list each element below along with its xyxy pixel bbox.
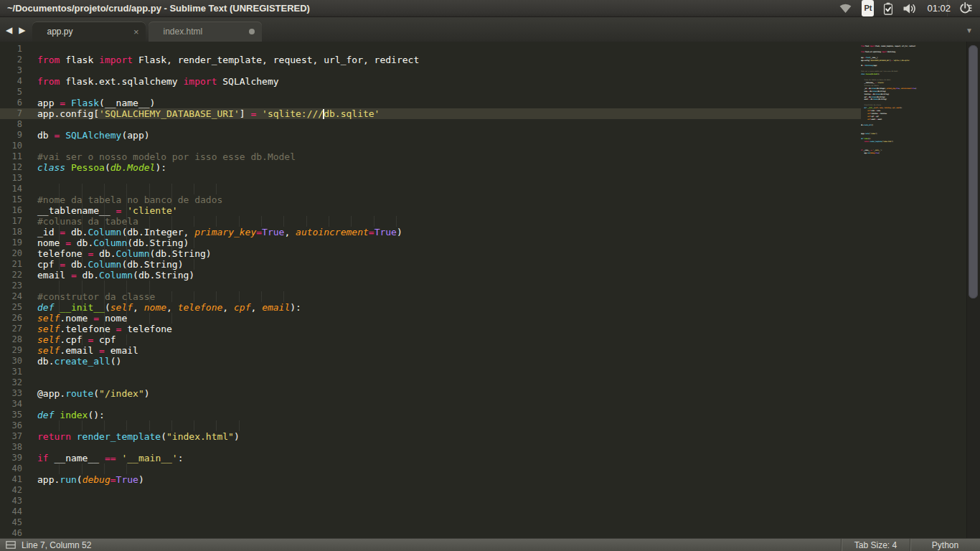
code-line[interactable]: 13: [0, 173, 861, 184]
code-line[interactable]: 9db = SQLAlchemy(app): [0, 130, 861, 141]
line-number: 23: [0, 281, 22, 291]
code-line[interactable]: 15 __tablename__ = 'cliente': [0, 194, 861, 205]
tab-label: app.py: [47, 27, 72, 37]
keyboard-layout-indicator[interactable]: Pt: [862, 0, 874, 17]
line-number: 30: [0, 356, 22, 367]
system-indicators: Pt 01:02: [839, 0, 980, 17]
session-power-icon[interactable]: [960, 0, 973, 17]
tab-close-icon[interactable]: ×: [133, 27, 139, 37]
indent-guide: [37, 463, 144, 474]
line-number: 32: [0, 377, 22, 388]
code-line[interactable]: 39if __name__ == '__main__':: [0, 453, 861, 463]
tab-size-segment[interactable]: Tab Size: 4: [841, 539, 910, 551]
code-line[interactable]: 40 app.run(debug=True): [0, 463, 861, 474]
indent-guide: [37, 334, 138, 345]
code-view[interactable]: 12from flask import Flask, render_templa…: [0, 42, 861, 538]
tab-modified-dot-icon: [249, 29, 255, 34]
code-line[interactable]: 36 return render_template("index.html"): [0, 420, 861, 431]
ubuntu-top-panel: ~/Documentos/projeto/crud/app.py - Subli…: [0, 0, 980, 17]
line-number: 39: [0, 453, 22, 463]
line-number: 14: [0, 184, 22, 194]
network-wifi-icon[interactable]: [839, 0, 852, 17]
code-line[interactable]: 16 #colunas da tabela: [0, 205, 861, 216]
code-line[interactable]: 33@app.route("/index"): [0, 388, 861, 399]
line-number: 46: [0, 528, 22, 538]
line-number: 9: [0, 130, 22, 141]
code-line[interactable]: 35def index():: [0, 410, 861, 420]
code-line[interactable]: 14 #nome da tabela no banco de dados: [0, 184, 861, 194]
code-line[interactable]: 38: [0, 442, 861, 453]
code-line[interactable]: 1: [0, 44, 861, 55]
minimap[interactable]: from flask import Flask, render_template…: [861, 42, 966, 537]
code-line[interactable]: 3: [0, 65, 861, 76]
nav-back-icon[interactable]: ◀: [6, 25, 12, 35]
code-line[interactable]: 30db.create_all(): [0, 356, 861, 367]
code-line[interactable]: 8: [0, 119, 861, 130]
code-line[interactable]: 26 self.telefone = telefone: [0, 313, 861, 324]
code-line[interactable]: 6app = Flask(__name__): [0, 98, 861, 108]
code-line[interactable]: 34: [0, 399, 861, 410]
line-number: 11: [0, 151, 22, 162]
line-number: 38: [0, 442, 22, 453]
code-line[interactable]: 32: [0, 377, 861, 388]
code-line[interactable]: 45: [0, 517, 861, 528]
line-number: 26: [0, 313, 22, 324]
code-line[interactable]: 2from flask import Flask, render_templat…: [0, 55, 861, 65]
tab-size-label: Tab Size: 4: [854, 540, 897, 550]
nav-forward-icon[interactable]: ▶: [19, 25, 25, 35]
code-line[interactable]: 23 #construtor da classe: [0, 281, 861, 291]
code-line[interactable]: 46: [0, 528, 861, 538]
code-line[interactable]: 21 email = db.Column(db.String): [0, 259, 861, 270]
code-line[interactable]: 43: [0, 496, 861, 507]
battery-charging-icon[interactable]: [883, 0, 893, 17]
scrollbar-track[interactable]: [966, 42, 980, 538]
line-number: 34: [0, 399, 22, 410]
syntax-segment[interactable]: Python: [910, 539, 980, 551]
editor-area[interactable]: 12from flask import Flask, render_templa…: [0, 42, 980, 538]
code-line[interactable]: 19 telefone = db.Column(db.String): [0, 237, 861, 248]
code-line[interactable]: 42: [0, 485, 861, 496]
indent-guide: [37, 259, 194, 270]
code-line[interactable]: 18 nome = db.Column(db.String): [0, 227, 861, 237]
code-line[interactable]: 17 _id = db.Column(db.Integer, primary_k…: [0, 216, 861, 227]
status-bar: Line 7, Column 52 Tab Size: 4 Python: [0, 538, 980, 551]
indent-guide: [37, 313, 172, 324]
code-line[interactable]: 24 def __init__(self, nome, telefone, cp…: [0, 291, 861, 302]
line-number: 25: [0, 302, 22, 313]
code-line[interactable]: 11#vai ser o nosso modelo por isso esse …: [0, 151, 861, 162]
code-line[interactable]: 5: [0, 87, 861, 98]
tab-app-py[interactable]: app.py×: [32, 22, 146, 42]
cursor-position-segment[interactable]: Line 7, Column 52: [0, 540, 841, 550]
line-number: 20: [0, 248, 22, 259]
tab-overflow-icon[interactable]: ▼: [966, 27, 973, 34]
syntax-label: Python: [932, 540, 958, 550]
tab-bar: ◀ ▶ app.py×index.html ▼: [0, 17, 980, 42]
clock[interactable]: 01:02: [927, 0, 951, 17]
code-line[interactable]: 31: [0, 367, 861, 377]
sublime-text-window: ~/Documentos/projeto/crud/app.py - Subli…: [0, 0, 980, 551]
indent-guide: [37, 420, 240, 431]
line-number: 7: [0, 108, 22, 119]
indent-guide: [37, 291, 301, 302]
code-line[interactable]: 4from flask.ext.sqlalchemy import SQLAlc…: [0, 76, 861, 87]
code-line[interactable]: 28 self.email = email: [0, 334, 861, 345]
line-number: 10: [0, 141, 22, 151]
code-line[interactable]: 20 cpf = db.Column(db.String): [0, 248, 861, 259]
indent-guide: [37, 216, 402, 227]
line-number: 4: [0, 76, 22, 87]
line-number: 19: [0, 237, 22, 248]
line-number: 24: [0, 291, 22, 302]
scrollbar-thumb[interactable]: [969, 45, 978, 298]
indent-guide: [37, 227, 189, 237]
code-line[interactable]: 44: [0, 507, 861, 517]
code-line[interactable]: 12class Pessoa(db.Model):: [0, 162, 861, 173]
line-number: 12: [0, 162, 22, 173]
volume-icon[interactable]: [903, 0, 918, 17]
code-line[interactable]: 10: [0, 141, 861, 151]
panel-toggle-icon[interactable]: [6, 541, 16, 549]
line-number: 16: [0, 205, 22, 216]
tab-index-html[interactable]: index.html: [149, 22, 262, 42]
line-number: 40: [0, 463, 22, 474]
line-number: 17: [0, 216, 22, 227]
code-line[interactable]: 7app.config['SQLALCHEMY_DATABASE_URI'] =…: [0, 108, 861, 119]
